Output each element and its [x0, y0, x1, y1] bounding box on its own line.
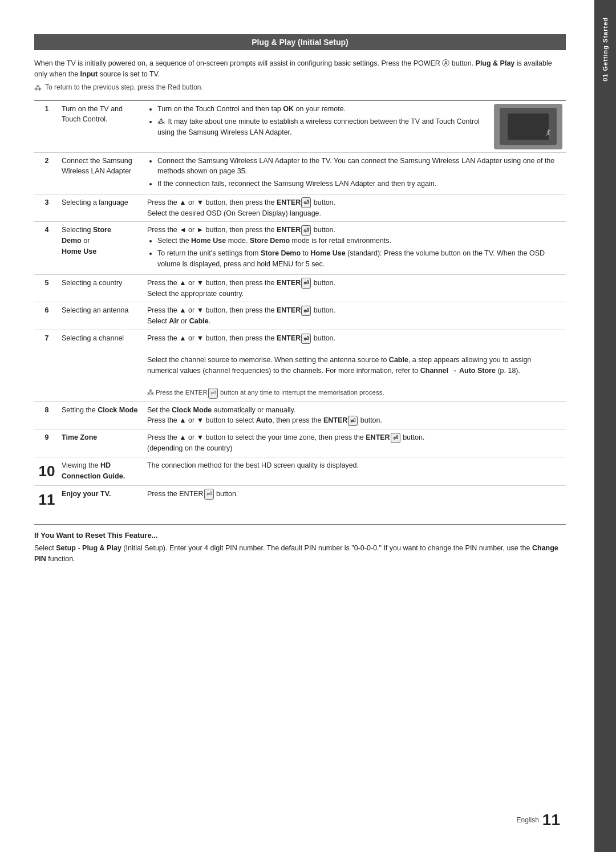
step-desc-3: Press the ▲ or ▼ button, then press the … [145, 194, 566, 222]
step-number-11: 11 [34, 485, 59, 514]
table-row: 9 Time Zone Press the ▲ or ▼ button to s… [34, 429, 566, 457]
step-label-6: Selecting an antenna [59, 302, 145, 330]
enter-btn-7: ⏎ [301, 334, 311, 344]
tv-image-cell: ꈅ [492, 100, 566, 153]
table-row: 8 Setting the Clock Mode Set the Clock M… [34, 401, 566, 429]
step-7-note-text: Press the ENTER⏎ button at any time to i… [156, 388, 384, 399]
step-label-3: Selecting a language [59, 194, 145, 222]
reset-text: Select Setup - Plug & Play (Initial Setu… [34, 543, 566, 565]
note-icon-2: ⁂ [157, 117, 165, 125]
table-row: 4 Selecting StoreDemo orHome Use Press t… [34, 222, 566, 274]
sidebar: 01 Getting Started [594, 0, 616, 852]
table-row: 3 Selecting a language Press the ▲ or ▼ … [34, 194, 566, 222]
step-desc-7: Press the ▲ or ▼ button, then press the … [145, 330, 566, 401]
note-icon-7: ⁂ [147, 388, 154, 397]
step-desc-11: Press the ENTER⏎ button. [145, 485, 566, 514]
step-desc-10: The connection method for the best HD sc… [145, 457, 566, 485]
section-title: Plug & Play (Initial Setup) [34, 34, 566, 50]
intro-text: When the TV is initially powered on, a s… [34, 58, 566, 80]
enter-btn-6: ⏎ [301, 306, 311, 317]
step-desc-4: Press the ◄ or ► button, then press the … [145, 222, 566, 274]
sidebar-label: 01 Getting Started [602, 17, 609, 82]
step-7-note: ⁂ Press the ENTER⏎ button at any time to… [147, 388, 564, 399]
note-icon: ⁂ [34, 83, 42, 92]
step-number-10: 10 [34, 457, 59, 485]
step-label-5: Selecting a country [59, 274, 145, 302]
step-number-8: 8 [34, 401, 59, 429]
reset-section: If You Want to Reset This Feature... Sel… [34, 524, 566, 565]
step-number-2: 2 [34, 152, 59, 194]
table-row: 11 Enjoy your TV. Press the ENTER⏎ butto… [34, 485, 566, 514]
step-number-3: 3 [34, 194, 59, 222]
table-row: 7 Selecting a channel Press the ▲ or ▼ b… [34, 330, 566, 401]
step-desc-1: Turn on the Touch Control and then tap O… [145, 100, 492, 153]
enter-btn-8: ⏎ [348, 416, 358, 427]
enter-btn-9: ⏎ [391, 433, 400, 444]
step-desc-8: Set the Clock Mode automatically or manu… [145, 401, 566, 429]
page-wrapper: Plug & Play (Initial Setup) When the TV … [0, 0, 616, 852]
page-footer: English 11 [516, 811, 560, 829]
enter-btn: ⏎ [301, 197, 311, 208]
step-number-4: 4 [34, 222, 59, 274]
footer-language: English [516, 816, 538, 824]
enter-btn-7b: ⏎ [208, 388, 218, 399]
step-desc-2: Connect the Samsung Wireless LAN Adapter… [145, 152, 566, 194]
step-number-1: 1 [34, 100, 59, 153]
tv-inner: ꈅ [500, 108, 557, 145]
step-desc-5: Press the ▲ or ▼ button, then press the … [145, 274, 566, 302]
step-number-9: 9 [34, 429, 59, 457]
table-row: 10 Viewing the HD Connection Guide. The … [34, 457, 566, 485]
step-desc-9: Press the ▲ or ▼ button to select the yo… [145, 429, 566, 457]
step-label-8: Setting the Clock Mode [59, 401, 145, 429]
intro-note-text: To return to the previous step, press th… [45, 83, 203, 91]
step-label-11: Enjoy your TV. [59, 485, 145, 514]
step-label-10: Viewing the HD Connection Guide. [59, 457, 145, 485]
main-content: Plug & Play (Initial Setup) When the TV … [0, 0, 594, 852]
step-label-7: Selecting a channel [59, 330, 145, 401]
page-number: 11 [542, 811, 560, 829]
step-label-1: Turn on the TV and Touch Control. [59, 100, 145, 153]
table-row: 1 Turn on the TV and Touch Control. Turn… [34, 100, 566, 153]
step-number-5: 5 [34, 274, 59, 302]
enter-btn-11: ⏎ [204, 489, 214, 500]
step-number-7: 7 [34, 330, 59, 401]
step-label-2: Connect the Samsung Wireless LAN Adapter [59, 152, 145, 194]
table-row: 2 Connect the Samsung Wireless LAN Adapt… [34, 152, 566, 194]
wireless-icon: ꈅ [544, 127, 553, 140]
step-desc-6: Press the ▲ or ▼ button, then press the … [145, 302, 566, 330]
table-row: 6 Selecting an antenna Press the ▲ or ▼ … [34, 302, 566, 330]
enter-btn-4: ⏎ [301, 225, 311, 236]
step-label-9: Time Zone [59, 429, 145, 457]
tv-screen [508, 113, 549, 140]
reset-title: If You Want to Reset This Feature... [34, 531, 566, 539]
table-row: 5 Selecting a country Press the ▲ or ▼ b… [34, 274, 566, 302]
steps-table: 1 Turn on the TV and Touch Control. Turn… [34, 100, 566, 514]
tv-image: ꈅ [494, 104, 562, 149]
step-label-4: Selecting StoreDemo orHome Use [59, 222, 145, 274]
enter-btn-5: ⏎ [301, 278, 311, 289]
intro-note: ⁂ To return to the previous step, press … [34, 83, 566, 92]
step-number-6: 6 [34, 302, 59, 330]
